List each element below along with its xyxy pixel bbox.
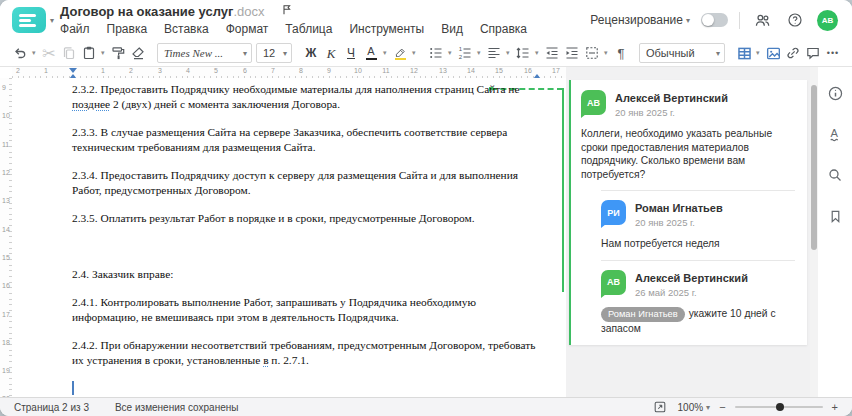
highlight-button[interactable] (390, 42, 410, 64)
menu-item-help[interactable]: Справка (480, 22, 527, 36)
paragraph[interactable]: 2.4. Заказчик вправе: (72, 267, 540, 282)
zoom-slider[interactable] (735, 406, 823, 408)
align-dropdown-caret[interactable]: ▾ (504, 49, 513, 57)
insert-table-button[interactable] (734, 42, 754, 64)
info-icon[interactable] (825, 83, 845, 103)
document-title: Договор на оказание услуг (60, 4, 233, 19)
clear-style-button[interactable] (128, 42, 148, 64)
paragraph[interactable]: 2.3.4. Предоставить Подрядчику доступ к … (72, 168, 540, 198)
bullet-list-button[interactable] (426, 42, 446, 64)
ruler-number: 3 (158, 67, 162, 74)
insert-image-button[interactable] (763, 42, 783, 64)
first-line-indent-marker[interactable] (69, 68, 77, 73)
zoom-in-button[interactable]: + (832, 401, 838, 413)
document-text[interactable]: 2.3.2. Предоставить Подрядчику необходим… (72, 82, 540, 395)
paragraph-style-select[interactable]: Обычный ▾ (639, 43, 725, 63)
zoom-slider-thumb[interactable] (776, 403, 784, 411)
zoom-select[interactable]: 100% ▾ (678, 402, 711, 413)
comment-author: Роман Игнатьев (635, 200, 723, 215)
undo-button[interactable] (10, 42, 30, 64)
paragraph[interactable]: 2.3.3. В случае размещения Сайта на серв… (72, 125, 540, 155)
page-counter[interactable]: Страница 2 из 3 (14, 402, 89, 413)
spellcheck-icon[interactable]: А (825, 124, 845, 144)
undo-dropdown-caret[interactable]: ▾ (30, 49, 39, 57)
paragraph-borders-dropdown-caret[interactable]: ▾ (602, 49, 611, 57)
menu-item-edit[interactable]: Правка (107, 22, 148, 36)
font-color-button[interactable]: А (361, 42, 381, 64)
font-color-dropdown-caret[interactable]: ▾ (381, 49, 390, 57)
menu-item-file[interactable]: Файл (60, 22, 90, 36)
insert-table-dropdown-caret[interactable]: ▾ (754, 49, 763, 57)
ruler-number: 12 (2, 169, 10, 176)
copy-button[interactable] (59, 42, 79, 64)
app-menu-caret-icon[interactable]: ▾ (50, 16, 54, 25)
cut-button[interactable]: ✂ (39, 42, 59, 64)
menu-item-view[interactable]: Вид (441, 22, 463, 36)
title-block: Договор на оказание услуг .docx Файл Пра… (60, 2, 527, 38)
menu-item-tools[interactable]: Инструменты (349, 22, 424, 36)
empty-paragraph[interactable] (72, 239, 540, 267)
ruler-number: 13 (2, 197, 10, 204)
paragraph[interactable]: 2.3.5. Оплатить результат Работ в порядк… (72, 211, 540, 226)
user-avatar[interactable]: АВ (817, 10, 838, 31)
comment-date: 20 янв 2025 г. (615, 107, 728, 118)
ruler-number: 2 (16, 67, 20, 74)
chevron-down-icon: ▾ (283, 49, 287, 58)
italic-button[interactable]: К (321, 42, 341, 64)
zoom-out-button[interactable]: − (719, 401, 725, 413)
vertical-ruler[interactable]: 9 10 11 12 13 14 15 16 17 18 19 20 (0, 78, 12, 397)
underline-button[interactable]: Ч (341, 42, 361, 64)
collaboration-users-icon[interactable] (751, 9, 773, 31)
paragraph-borders-button[interactable] (582, 42, 602, 64)
bold-button[interactable]: Ж (301, 42, 321, 64)
mention-chip[interactable]: Роман Игнатьев (601, 307, 685, 323)
show-paragraph-marks-button[interactable]: ¶ (611, 42, 631, 64)
more-toolbar-button[interactable]: ••• (823, 42, 843, 64)
paste-dropdown-caret[interactable]: ▾ (99, 49, 108, 57)
increase-indent-button[interactable] (562, 42, 582, 64)
comment-text: Роман Игнатьевукажите 10 дней с запасом (601, 307, 795, 336)
fit-page-icon[interactable] (651, 399, 669, 415)
review-toggle[interactable] (701, 13, 728, 27)
comment-author: Алексей Вертинский (635, 270, 748, 285)
flag-icon[interactable] (281, 2, 293, 20)
numbered-list-button[interactable]: 1 2 (455, 42, 475, 64)
bullet-list-dropdown-caret[interactable]: ▾ (446, 49, 455, 57)
insert-link-button[interactable] (783, 42, 803, 64)
paragraph-style-value: Обычный (646, 47, 695, 59)
chevron-down-icon: ▾ (243, 49, 247, 58)
ruler-number: 18 (2, 339, 10, 346)
paragraph[interactable]: 2.4.2. При обнаружении несоответствий тр… (72, 338, 540, 368)
highlight-dropdown-caret[interactable]: ▾ (410, 49, 419, 57)
menu-item-table[interactable]: Таблица (285, 22, 332, 36)
decrease-indent-button[interactable] (542, 42, 562, 64)
bookmark-icon[interactable] (825, 206, 845, 226)
document-canvas[interactable]: 2.3.2. Предоставить Подрядчику необходим… (12, 78, 566, 397)
paragraph[interactable]: 2.3.2. Предоставить Подрядчику необходим… (72, 82, 540, 112)
search-icon[interactable] (825, 165, 845, 185)
vertical-scrollbar[interactable] (810, 67, 818, 397)
format-painter-button[interactable] (108, 42, 128, 64)
font-size-select[interactable]: 12 ▾ (256, 43, 292, 63)
zoom-value: 100% (678, 402, 704, 413)
menu-item-format[interactable]: Формат (226, 22, 269, 36)
paste-button[interactable] (79, 42, 99, 64)
line-spacing-button[interactable] (513, 42, 533, 64)
numbered-list-dropdown-caret[interactable]: ▾ (475, 49, 484, 57)
comment-thread[interactable]: АВ Алексей Вертинский 20 янв 2025 г. Кол… (569, 80, 807, 345)
ruler-number: 13 (439, 67, 447, 74)
line-spacing-dropdown-caret[interactable]: ▾ (533, 49, 542, 57)
help-icon[interactable] (784, 9, 806, 31)
paragraph[interactable]: 2.4.1. Контролировать выполнение Работ, … (72, 295, 540, 325)
scrollbar-thumb[interactable] (811, 85, 817, 250)
app-logo-icon[interactable] (12, 7, 46, 33)
ruler-number: 19 (2, 367, 10, 374)
review-mode-select[interactable]: Рецензирование ▾ (590, 13, 690, 27)
font-name-select[interactable]: Times New ... ▾ (157, 43, 252, 63)
comments-panel: АВ Алексей Вертинский 20 янв 2025 г. Кол… (566, 67, 810, 397)
ruler-number: 7 (271, 67, 275, 74)
text-cursor (72, 381, 74, 395)
menu-item-insert[interactable]: Вставка (164, 22, 209, 36)
insert-comment-button[interactable] (803, 42, 823, 64)
align-left-button[interactable] (484, 42, 504, 64)
